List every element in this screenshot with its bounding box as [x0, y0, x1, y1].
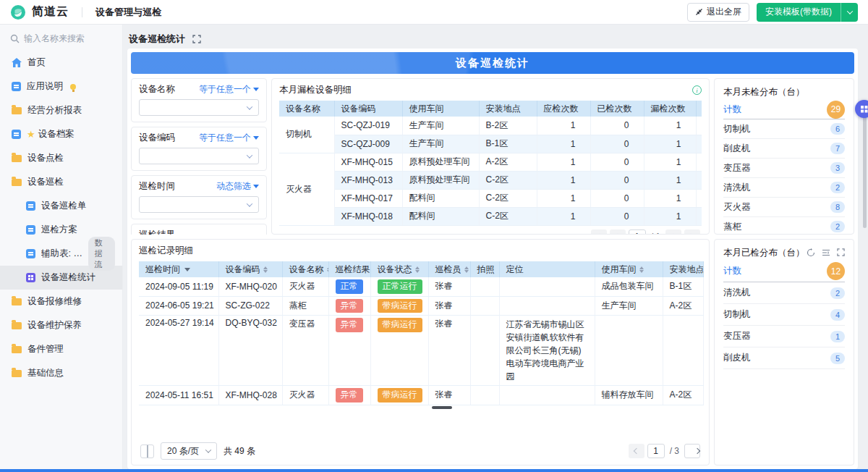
- table-row[interactable]: 2024-05-27 19:14 DQ-BYQ-032 变压器 异常 带病运行 …: [139, 316, 703, 386]
- next-page-button[interactable]: [665, 229, 681, 235]
- folder-open-icon: [12, 179, 22, 186]
- last-page-button[interactable]: [684, 229, 700, 235]
- sort-desc-icon: [184, 268, 190, 271]
- horizontal-scrollbar[interactable]: [139, 405, 702, 409]
- filter-device-name: 设备名称 等于任意一个: [131, 78, 267, 122]
- table-row[interactable]: SC-QZJ-009 生产车间 B-1区 1 0 1: [279, 135, 702, 153]
- filter-operator-dropdown[interactable]: 等于任意一个: [199, 132, 259, 144]
- cell-location: 江苏省无锡市锡山区安镇街道帆软软件有限公司长三角(无锡)电动车跨境电商产业园: [499, 316, 595, 386]
- sidebar-item-spare-parts[interactable]: 备件管理: [0, 337, 122, 361]
- list-item[interactable]: 变压器 3: [723, 159, 845, 178]
- scrollbar-thumb[interactable]: [432, 406, 452, 409]
- item-count-badge: 6: [830, 123, 845, 135]
- sidebar-item-label: 基础信息: [27, 367, 64, 379]
- sidebar-item-analysis-reports[interactable]: 经营分析报表: [0, 98, 122, 122]
- expand-icon[interactable]: [837, 248, 845, 257]
- sidebar-item-label: 首页: [27, 56, 46, 69]
- list-item[interactable]: 削皮机 7: [723, 139, 845, 159]
- column-header-sortable[interactable]: 巡检时间: [139, 261, 218, 277]
- next-page-button[interactable]: [684, 444, 700, 458]
- cell-missed: 1: [644, 171, 696, 189]
- count-row[interactable]: 计数 29: [723, 100, 845, 119]
- list-item[interactable]: 变压器 1: [723, 326, 845, 347]
- column-header-filler: [696, 101, 702, 117]
- sidebar-item-repair[interactable]: 设备报修维修: [0, 290, 122, 313]
- device-code-select[interactable]: [139, 148, 259, 164]
- sort-icon: [263, 266, 268, 274]
- cell-status: 带病运行: [370, 386, 428, 405]
- column-header-sortable[interactable]: 使用车间: [595, 261, 663, 277]
- sidebar-item-device-check[interactable]: 设备点检: [0, 146, 122, 170]
- page-number[interactable]: 1: [629, 229, 646, 235]
- cell-time: 2024-09-05 11:19: [139, 277, 218, 296]
- column-header-sortable[interactable]: 设备状态: [370, 261, 428, 277]
- exit-fullscreen-button[interactable]: 退出全屏: [687, 3, 749, 22]
- sidebar-item-maintenance[interactable]: 设备维护保养: [0, 313, 122, 337]
- install-template-dropdown-button[interactable]: [841, 3, 858, 22]
- refresh-icon[interactable]: [807, 248, 815, 257]
- expand-fullscreen-icon[interactable]: [192, 35, 201, 43]
- list-item[interactable]: 灭火器 8: [723, 198, 845, 217]
- dashboard-banner: 设备巡检统计: [131, 52, 854, 74]
- document-icon: [12, 82, 21, 91]
- install-template-button[interactable]: 安装模板(带数据): [757, 3, 841, 22]
- prev-page-button[interactable]: [629, 444, 644, 458]
- table-row[interactable]: XF-MHQ-017 配料间 C-2区 1 0 1: [279, 189, 702, 207]
- table-row[interactable]: 切制机 SC-QZJ-019 生产车间 B-2区 1 0 1: [279, 117, 702, 135]
- inspect-time-select[interactable]: [139, 196, 259, 213]
- list-settings-icon[interactable]: [822, 248, 830, 257]
- sidebar-search[interactable]: [10, 33, 112, 43]
- vertical-scrollbar-thumb[interactable]: [863, 101, 867, 228]
- table-row[interactable]: XF-MHQ-018 配料间 C-2区 1 0 1: [279, 207, 702, 225]
- column-header-sortable[interactable]: 巡检员: [428, 261, 470, 277]
- table-row[interactable]: 2024-05-11 16:51 XF-MHQ-028 灭火器 异常 带病运行 …: [139, 386, 703, 405]
- device-name-select[interactable]: [139, 99, 259, 116]
- page-number[interactable]: 1: [647, 444, 665, 458]
- sidebar-item-label: 设备维护保养: [27, 319, 82, 332]
- sidebar-item-app-intro[interactable]: 应用说明: [0, 75, 122, 98]
- first-page-button[interactable]: [591, 229, 607, 235]
- search-input[interactable]: [24, 33, 109, 43]
- sidebar-item-device-inspection[interactable]: 设备巡检: [0, 170, 122, 194]
- help-widget-button[interactable]: [855, 100, 868, 118]
- column-settings-icon[interactable]: [140, 444, 154, 458]
- column-header-sortable[interactable]: 巡检结果: [328, 261, 370, 277]
- prev-page-button[interactable]: [610, 229, 626, 235]
- list-item[interactable]: 蒸柜 2: [723, 217, 845, 235]
- list-item[interactable]: 清洗机 2: [723, 282, 845, 304]
- folder-icon: [12, 322, 22, 329]
- list-item[interactable]: 削皮机 5: [723, 347, 845, 369]
- sidebar-item-device-archive[interactable]: ★ 设备档案: [0, 122, 122, 146]
- sidebar-item-basic-info[interactable]: 基础信息: [0, 361, 122, 385]
- sidebar-item-home[interactable]: 首页: [0, 51, 122, 75]
- column-header-sortable[interactable]: 设备编码: [218, 261, 282, 277]
- table-row[interactable]: 灭火器 XF-MHQ-015 原料预处理车间 A-2区 1 0 1: [279, 153, 702, 171]
- form-icon: [26, 225, 35, 235]
- folder-icon: [12, 107, 22, 114]
- count-row[interactable]: 计数 12: [723, 261, 845, 282]
- sidebar-item-inspection-form[interactable]: 设备巡检单: [0, 194, 122, 218]
- sidebar-item-aux-table[interactable]: 辅助表: 应巡检... 数据流: [0, 242, 122, 266]
- column-header-sortable[interactable]: 安装地点: [663, 261, 703, 277]
- cell-due: 1: [537, 117, 590, 135]
- column-header-sortable[interactable]: 设备名称: [282, 261, 328, 277]
- table-row[interactable]: XF-MHQ-013 原料预处理车间 C-2区 1 0 1: [279, 171, 702, 189]
- info-icon[interactable]: i: [692, 85, 702, 95]
- page-size-value: 20 条/页: [167, 445, 199, 458]
- list-item[interactable]: 清洗机 2: [723, 178, 845, 198]
- table-row[interactable]: 2024-09-05 11:19 XF-MHQ-020 灭火器 正常 正常运行 …: [139, 277, 703, 296]
- cell-missed: 1: [644, 189, 696, 207]
- item-count-badge: 2: [830, 221, 845, 232]
- page-size-select[interactable]: 20 条/页: [161, 442, 217, 460]
- inspection-records-card: 巡检记录明细 巡检时间 设备编码 设备名称 巡检结果 设备状态 巡检员: [131, 239, 710, 465]
- cell-workshop: 原料预处理车间: [402, 153, 479, 171]
- list-item[interactable]: 切制机 6: [723, 119, 845, 139]
- chevron-down-icon: [247, 152, 252, 158]
- item-label: 灭火器: [723, 201, 751, 214]
- table-row[interactable]: 2024-06-05 19:21 SC-ZG-022 蒸柜 异常 带病运行 张睿…: [139, 296, 703, 316]
- cell-location: C-2区: [479, 207, 537, 225]
- chevron-down-icon: [205, 447, 211, 452]
- filter-operator-dropdown[interactable]: 动态筛选: [216, 180, 259, 193]
- list-item[interactable]: 切制机 4: [723, 304, 845, 326]
- filter-operator-dropdown[interactable]: 等于任意一个: [199, 83, 259, 96]
